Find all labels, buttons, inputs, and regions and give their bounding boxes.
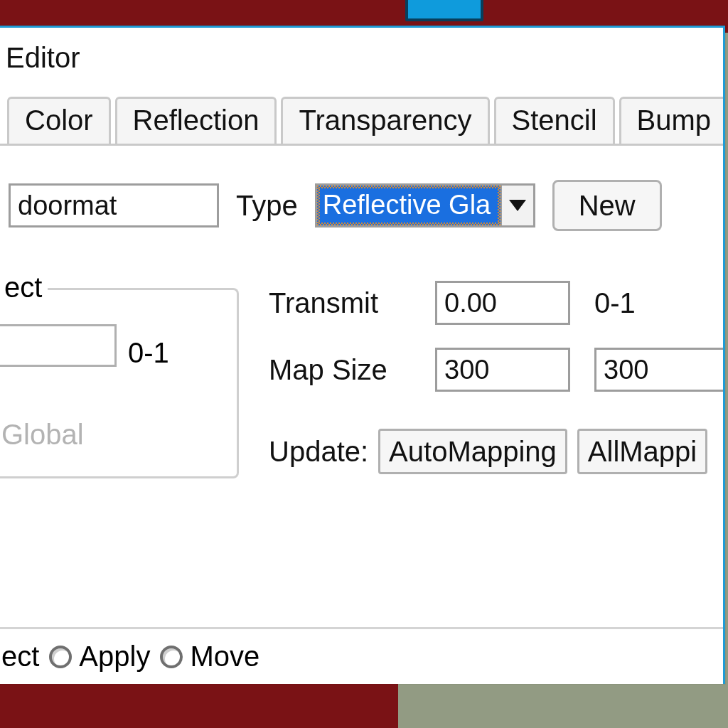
tab-bump[interactable]: Bump — [619, 97, 725, 144]
allmapping-button[interactable]: AllMappi — [577, 429, 707, 474]
radio-icon — [49, 646, 72, 668]
tab-bar: Color Reflection Transparency Stencil Bu… — [0, 94, 723, 144]
mapsize-height-input[interactable] — [594, 348, 725, 392]
tab-color[interactable]: Color — [7, 97, 111, 144]
global-checkbox-label: Global — [1, 419, 84, 451]
tab-reflection[interactable]: Reflection — [115, 97, 277, 144]
groupbox-legend: ect — [0, 272, 48, 304]
dialog-title: Editor — [0, 28, 723, 94]
transmit-hint: 0-1 — [594, 287, 725, 319]
mode-move-label: Move — [190, 641, 259, 673]
reflect-amount-input[interactable] — [0, 324, 117, 367]
tab-panel: Type Reflective Gla New ect 0-1 Global T… — [0, 144, 723, 563]
new-button[interactable]: New — [552, 180, 662, 231]
type-select-value: Reflective Gla — [317, 186, 500, 225]
transmit-label: Transmit — [269, 287, 418, 319]
reflect-range-label: 0-1 — [128, 337, 169, 369]
transmit-input[interactable] — [435, 281, 570, 325]
type-select[interactable]: Reflective Gla — [315, 183, 535, 228]
mode-apply-radio[interactable]: Apply — [49, 641, 150, 673]
mapsize-width-input[interactable] — [435, 348, 570, 392]
backdrop-bottom — [0, 682, 398, 728]
mode-radio-row: ect Apply Move — [0, 627, 723, 684]
svg-marker-0 — [509, 200, 526, 211]
mode-partial-label: ect — [1, 641, 39, 673]
tab-stencil[interactable]: Stencil — [494, 97, 615, 144]
radio-icon — [160, 646, 183, 668]
mapsize-label: Map Size — [269, 354, 418, 386]
type-label: Type — [236, 190, 298, 222]
editor-dialog: Editor Color Reflection Transparency Ste… — [0, 26, 725, 684]
reflect-groupbox: ect 0-1 Global — [0, 288, 239, 478]
automapping-button[interactable]: AutoMapping — [378, 429, 567, 474]
mode-apply-label: Apply — [79, 641, 150, 673]
backdrop-badge — [405, 0, 483, 21]
material-name-input[interactable] — [9, 183, 219, 228]
mode-move-radio[interactable]: Move — [160, 641, 259, 673]
tab-transparency[interactable]: Transparency — [281, 97, 489, 144]
update-label: Update: — [269, 436, 368, 468]
chevron-down-icon[interactable] — [500, 186, 533, 225]
